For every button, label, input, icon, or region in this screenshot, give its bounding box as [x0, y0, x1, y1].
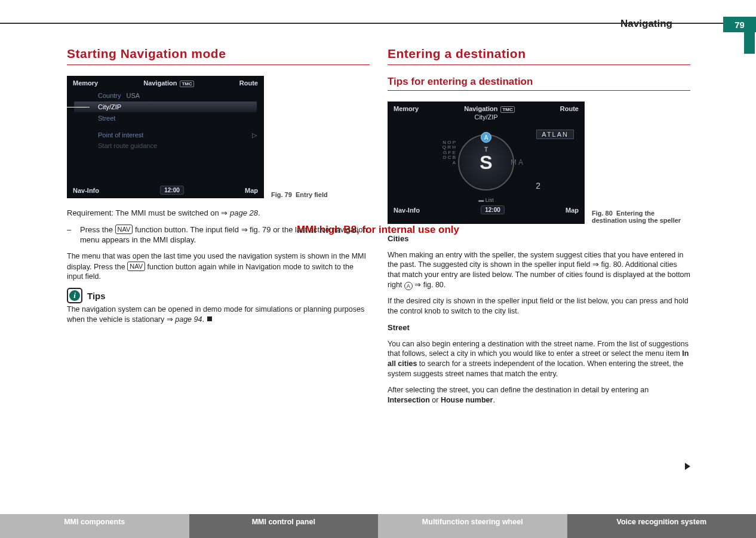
info-icon: i: [67, 288, 82, 303]
speller-big-letter: S: [480, 152, 492, 174]
figure-80-image: Memory Navigation TMC Route City/ZIP N O…: [388, 102, 585, 224]
fig80-bottom-left: Nav-Info: [394, 207, 420, 214]
nav-button-label: NAV: [127, 262, 145, 271]
speller-next-letter: T: [484, 146, 488, 153]
speller-count: 2: [536, 181, 540, 190]
footer-tab-steering-wheel[interactable]: Multifunction steering wheel: [378, 514, 567, 538]
fig79-start: Start route guidance: [74, 140, 257, 151]
speller-wheel: N O P Q R H G F E D C B A T S ATLAN A MA…: [458, 134, 514, 190]
speller-selector: A: [481, 132, 491, 143]
thumb-tab: [744, 24, 755, 54]
tips-label: Tips: [87, 291, 106, 301]
fig80-clock: 12:00: [481, 205, 505, 214]
fig79-bottom-left: Nav-Info: [73, 187, 99, 194]
heading-enter-dest: Entering a destination: [388, 47, 690, 65]
body-para-2: The menu that was open the last time you…: [67, 251, 370, 282]
figure-80-caption: Fig. 80 Entering the destination using t…: [592, 210, 690, 224]
fig79-top-mid: Navigation TMC: [143, 79, 194, 87]
left-column: Starting Navigation mode Memory Navigati…: [67, 47, 370, 496]
fig80-input-row: City/ZIP: [388, 112, 585, 121]
fig80-top-mid: Navigation TMC: [464, 105, 515, 112]
speller-input: ATLAN: [536, 130, 574, 139]
fig79-top-right: Route: [239, 79, 258, 87]
right-column: Entering a destination Tips for entering…: [388, 47, 690, 496]
fig79-country: Country USA: [74, 90, 257, 101]
requirement-para: Requirement: The MMI must be switched on…: [67, 208, 370, 219]
footer-tabs: MMI components MMI control panel Multifu…: [0, 514, 756, 538]
tips-heading: i Tips: [67, 288, 370, 303]
nav-button-label: NAV: [115, 225, 133, 234]
end-square-icon: [207, 316, 212, 321]
speller-list-label: ▬ List: [478, 197, 494, 203]
section-title: Navigating: [620, 18, 672, 30]
street-body-1: You can also begin entering a destinatio…: [388, 339, 690, 380]
cities-body-1: When making an entry with the speller, t…: [388, 250, 690, 291]
callout-line: [66, 107, 90, 107]
fig79-top-left: Memory: [73, 79, 98, 87]
fig79-bottom-right: Map: [245, 187, 258, 194]
fig79-cityzip: City/ZIP: [74, 102, 257, 112]
fig79-street: Street: [74, 113, 257, 124]
fig80-bottom-right: Map: [566, 207, 579, 214]
fig79-poi: Point of interest ▷: [74, 130, 257, 140]
instruction-item: Press the NAV function button. The input…: [67, 225, 370, 245]
fig80-top-right: Route: [560, 105, 579, 112]
speller-arc-letters: N O P Q R H G F E D C B A: [440, 140, 456, 165]
callout-a-icon: A: [404, 282, 413, 290]
fig79-clock: 12:00: [160, 186, 184, 195]
figure-79-caption: Fig. 79 Entry field: [271, 191, 370, 198]
page-94-link[interactable]: page 94: [175, 315, 202, 324]
page-header: Navigating 79: [0, 8, 756, 24]
page-28-link[interactable]: page 28: [230, 208, 258, 217]
cities-body-2: If the desired city is shown in the spel…: [388, 296, 690, 316]
street-heading: Street: [388, 322, 690, 333]
content-columns: Starting Navigation mode Memory Navigati…: [67, 47, 690, 496]
instruction-list: Press the NAV function button. The input…: [67, 225, 370, 245]
footer-tab-components[interactable]: MMI components: [0, 514, 189, 538]
tips-body: The navigation system can be opened in d…: [67, 305, 370, 325]
heading-start-nav: Starting Navigation mode: [67, 47, 370, 65]
figure-79-image: Memory Navigation TMC Route Country USA …: [67, 76, 264, 198]
cities-heading: Cities: [388, 233, 690, 244]
continue-arrow-icon: [685, 463, 690, 470]
footer-tab-voice[interactable]: Voice recognition system: [567, 514, 757, 538]
speller-right-letters: MA: [511, 158, 525, 167]
figure-79-row: Memory Navigation TMC Route Country USA …: [67, 76, 370, 198]
footer-tab-control-panel[interactable]: MMI control panel: [189, 514, 379, 538]
fig80-top-left: Memory: [394, 105, 419, 112]
street-body-2: After selecting the street, you can defi…: [388, 385, 690, 405]
figure-80-row: Memory Navigation TMC Route City/ZIP N O…: [388, 102, 690, 224]
subheading-tips: Tips for entering a destination: [388, 76, 690, 91]
